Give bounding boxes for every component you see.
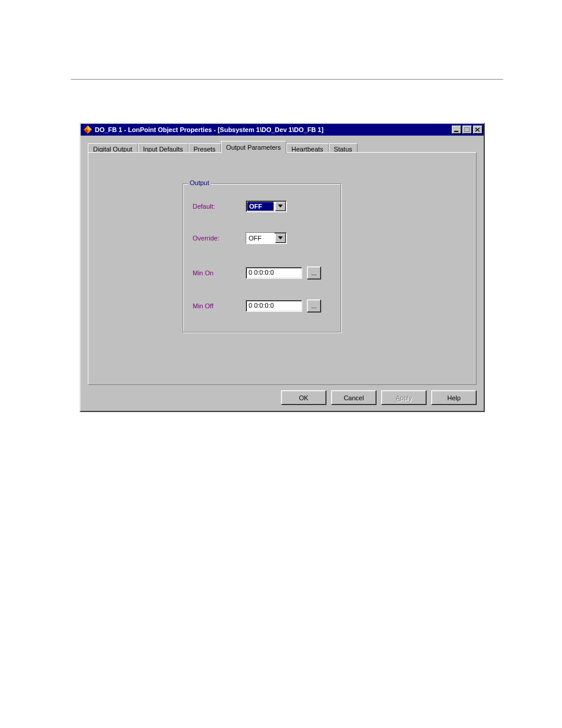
tab-panel: Output Default: OFF Override: xyxy=(88,152,477,385)
default-combobox[interactable]: OFF xyxy=(246,200,287,212)
cancel-button[interactable]: Cancel xyxy=(331,390,376,405)
min-on-input[interactable]: 0 0:0:0:0 xyxy=(246,267,302,279)
close-button[interactable] xyxy=(473,126,482,134)
ok-button[interactable]: OK xyxy=(281,390,326,405)
tab-output-parameters[interactable]: Output Parameters xyxy=(221,141,286,154)
default-value: OFF xyxy=(247,202,274,211)
min-on-label: Min On xyxy=(193,269,246,276)
override-label: Override: xyxy=(193,235,246,242)
min-on-browse-button[interactable]: ... xyxy=(307,266,321,279)
groupbox-title: Output xyxy=(188,179,211,186)
tab-strip: Digital Output Input Defaults Presets Ou… xyxy=(88,140,358,153)
button-label: Apply xyxy=(396,394,412,401)
minimize-button[interactable] xyxy=(452,126,461,134)
min-off-label: Min Off xyxy=(193,302,246,309)
window-title: DO_FB 1 - LonPoint Object Properties - [… xyxy=(95,126,323,133)
min-off-input[interactable]: 0 0:0:0:0 xyxy=(246,300,302,312)
chevron-down-icon[interactable] xyxy=(275,202,286,211)
svg-marker-7 xyxy=(278,205,283,207)
divider-line xyxy=(71,79,503,80)
output-groupbox: Output Default: OFF Override: xyxy=(183,183,342,333)
svg-rect-3 xyxy=(454,131,458,132)
svg-rect-4 xyxy=(465,128,470,132)
override-combobox[interactable]: OFF xyxy=(246,232,287,244)
svg-marker-2 xyxy=(84,130,88,134)
button-label: Cancel xyxy=(343,394,363,401)
button-label: OK xyxy=(299,394,309,401)
override-value: OFF xyxy=(246,233,275,243)
properties-dialog: DO_FB 1 - LonPoint Object Properties - [… xyxy=(80,123,485,412)
default-label: Default: xyxy=(193,203,246,210)
dialog-button-row: OK Cancel Apply Help xyxy=(281,390,477,405)
apply-button: Apply xyxy=(381,390,427,405)
min-off-browse-button[interactable]: ... xyxy=(307,299,321,312)
chevron-down-icon[interactable] xyxy=(275,233,286,243)
svg-marker-1 xyxy=(88,126,92,130)
help-button[interactable]: Help xyxy=(431,390,477,405)
titlebar[interactable]: DO_FB 1 - LonPoint Object Properties - [… xyxy=(81,124,484,136)
button-label: Help xyxy=(447,394,461,401)
tab-label: Output Parameters xyxy=(226,144,281,151)
app-icon xyxy=(83,125,92,134)
maximize-button xyxy=(462,126,472,134)
svg-marker-8 xyxy=(278,236,283,239)
